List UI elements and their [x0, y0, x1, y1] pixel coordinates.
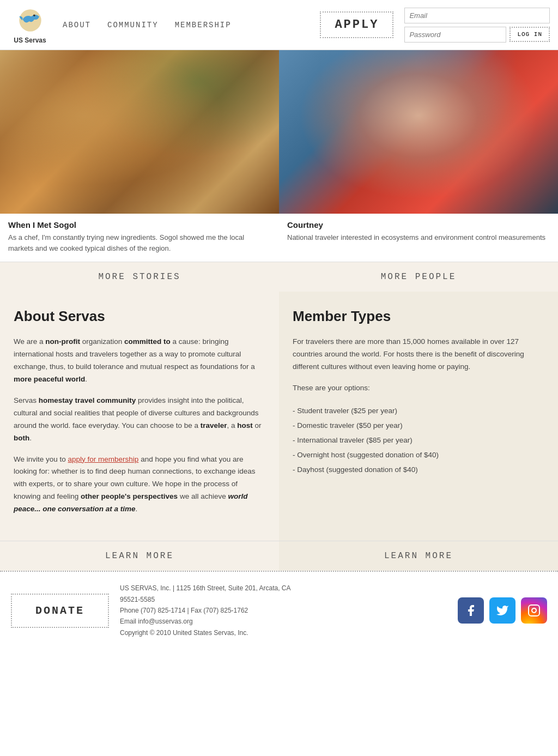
about-p3-text3: we all achieve [178, 492, 228, 500]
main-nav: ABOUT COMMUNITY MEMBERSHIP [63, 21, 309, 29]
member-list-item: - Domestic traveler ($50 per year) [293, 418, 544, 433]
about-para1: We are a non-profit organization committ… [14, 336, 265, 386]
about-p2-end: . [29, 434, 32, 442]
content-section: About Servas We are a non-profit organiz… [0, 292, 558, 541]
about-p2-bold1: homestay travel community [39, 396, 136, 404]
about-section: About Servas We are a non-profit organiz… [0, 292, 279, 541]
password-row: LOG IN [404, 27, 550, 43]
member-types-title: Member Types [293, 308, 544, 325]
more-links-row: MORE STORIES MORE PEOPLE [0, 262, 558, 292]
svg-point-1 [33, 15, 35, 17]
about-para2: Servas homestay travel community provide… [14, 395, 265, 445]
photo-right: Courtney National traveler interested in… [279, 50, 558, 262]
about-p1-end: . [85, 375, 87, 383]
learn-more-row: LEARN MORE LEARN MORE [0, 541, 558, 571]
footer-info-line4: Email info@usservas.org [120, 616, 447, 627]
about-p1-text1: We are a [14, 337, 45, 346]
footer-info-line2: 95521-5585 [120, 594, 447, 605]
logo-icon [15, 5, 45, 35]
about-para3: We invite you to apply for membership an… [14, 453, 265, 516]
about-p2-bold2: traveler [201, 421, 227, 430]
market-caption: When I Met Sogol As a chef, I'm constant… [0, 214, 279, 262]
logo-text: US Servas [14, 37, 46, 44]
market-caption-title: When I Met Sogol [8, 220, 271, 229]
more-stories-link[interactable]: MORE STORIES [0, 262, 279, 292]
photos-section: When I Met Sogol As a chef, I'm constant… [0, 50, 558, 262]
facebook-icon[interactable] [458, 597, 484, 624]
portrait-caption: Courtney National traveler interested in… [279, 214, 558, 251]
password-field[interactable] [404, 27, 506, 43]
member-options-list: - Student traveler ($25 per year)- Domes… [293, 403, 544, 477]
footer-info: US SERVAS, Inc. | 1125 16th Street, Suit… [120, 583, 447, 638]
portrait-photo [279, 50, 558, 214]
apply-for-membership-link[interactable]: apply for membership [68, 455, 139, 463]
apply-button[interactable]: APPLY [320, 11, 393, 38]
about-p2-text1: Servas [14, 396, 39, 404]
market-caption-text: As a chef, I'm constantly trying new ing… [8, 232, 271, 253]
about-p2-text4: or [253, 421, 262, 430]
about-learn-more-link[interactable]: LEARN MORE [0, 541, 279, 571]
about-p1-bold2: committed to [124, 337, 171, 346]
instagram-icon[interactable] [521, 597, 547, 624]
member-types-section: Member Types For travelers there are mor… [279, 292, 558, 541]
about-p1-text2: organization [80, 337, 124, 346]
member-options-intro: These are your options: [293, 382, 544, 395]
member-types-intro: For travelers there are more than 15,000… [293, 336, 544, 373]
member-list-item: - International traveler ($85 per year) [293, 433, 544, 447]
login-button[interactable]: LOG IN [510, 27, 550, 42]
twitter-icon[interactable] [489, 597, 515, 624]
nav-community[interactable]: COMMUNITY [107, 21, 159, 29]
portrait-name: Courtney [287, 220, 550, 229]
social-links [458, 597, 547, 624]
about-p3-end: . [136, 505, 138, 513]
login-area: LOG IN [404, 8, 550, 43]
nav-about[interactable]: ABOUT [63, 21, 91, 29]
about-p2-text3: , a [227, 421, 238, 430]
footer-info-line5: Copyright © 2010 United States Servas, I… [120, 627, 447, 638]
portrait-desc: National traveler interested in ecosyste… [287, 232, 550, 243]
about-p2-bold3: host [237, 421, 253, 430]
svg-rect-2 [529, 605, 539, 616]
about-p1-bold3: more peaceful world [14, 375, 85, 383]
footer-info-line1: US SERVAS, Inc. | 1125 16th Street, Suit… [120, 583, 447, 594]
site-footer: DONATE US SERVAS, Inc. | 1125 16th Stree… [0, 571, 558, 649]
about-p2-bold4: both [14, 434, 29, 442]
email-field[interactable] [404, 8, 550, 23]
member-learn-more-link[interactable]: LEARN MORE [279, 541, 558, 571]
nav-membership[interactable]: MEMBERSHIP [175, 21, 232, 29]
logo-area: US Servas [8, 5, 52, 44]
market-photo [0, 50, 279, 214]
donate-button[interactable]: DONATE [11, 594, 109, 628]
member-list-item: - Overnight host (suggested donation of … [293, 447, 544, 462]
about-title: About Servas [14, 308, 265, 325]
member-list-item: - Student traveler ($25 per year) [293, 403, 544, 418]
about-p3-bold1: other people's perspectives [81, 492, 178, 500]
member-list-item: - Dayhost (suggested donation of $40) [293, 462, 544, 477]
more-people-link[interactable]: MORE PEOPLE [279, 262, 558, 292]
about-p3-text1: We invite you to [14, 455, 68, 463]
footer-info-line3: Phone (707) 825-1714 | Fax (707) 825-176… [120, 605, 447, 616]
about-p1-bold1: non-profit [45, 337, 80, 346]
photo-left: When I Met Sogol As a chef, I'm constant… [0, 50, 279, 262]
site-header: US Servas ABOUT COMMUNITY MEMBERSHIP APP… [0, 0, 558, 50]
